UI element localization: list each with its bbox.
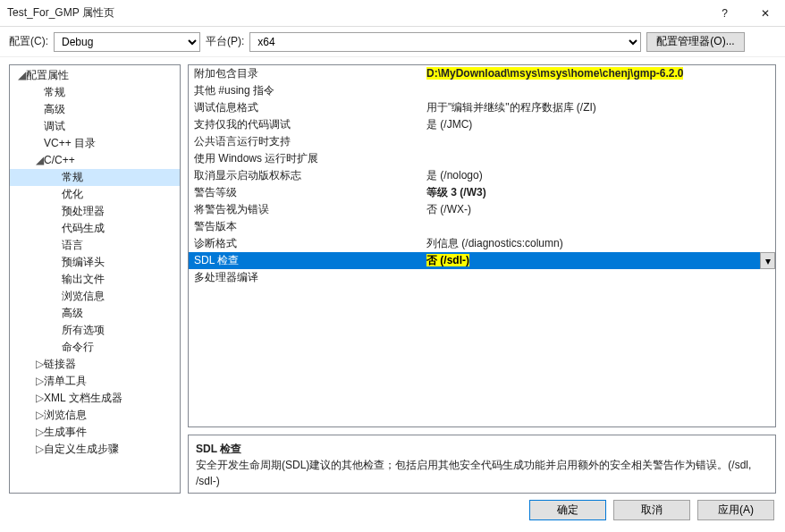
property-value[interactable]: D:\MyDownload\msys\msys\home\chenj\gmp-6… <box>421 65 775 82</box>
tree-item-label: 浏览信息 <box>62 290 105 302</box>
property-row[interactable]: 其他 #using 指令 <box>189 82 775 99</box>
tree-item[interactable]: ▷生成事件 <box>10 424 180 441</box>
tree-item[interactable]: ▷清单工具 <box>10 373 180 390</box>
property-name: 附加包含目录 <box>189 65 421 82</box>
tree-item[interactable]: 常规 <box>10 84 180 101</box>
tree-item-label: 常规 <box>44 86 65 98</box>
ok-button[interactable]: 确定 <box>529 500 606 520</box>
nav-tree[interactable]: ◢配置属性常规高级调试VC++ 目录◢C/C++常规优化预处理器代码生成语言预编… <box>9 64 181 494</box>
close-button[interactable]: ✕ <box>745 0 785 27</box>
tree-item-label: 生成事件 <box>44 426 87 438</box>
property-row[interactable]: 支持仅我的代码调试是 (/JMC) <box>189 116 775 133</box>
property-name: 警告等级 <box>189 184 421 201</box>
property-name: 多处理器编译 <box>189 269 421 286</box>
property-row[interactable]: 多处理器编译 <box>189 269 775 286</box>
property-row[interactable]: 使用 Windows 运行时扩展 <box>189 150 775 167</box>
property-value[interactable] <box>421 150 775 167</box>
property-row[interactable]: 调试信息格式用于"编辑并继续"的程序数据库 (/ZI) <box>189 99 775 116</box>
property-name: 使用 Windows 运行时扩展 <box>189 150 421 167</box>
tree-item-label: 预处理器 <box>62 205 105 217</box>
description-body: 安全开发生命周期(SDL)建议的其他检查；包括启用其他安全代码生成功能并启用额外… <box>196 457 768 489</box>
config-select[interactable]: Debug <box>54 32 200 52</box>
property-row[interactable]: 诊断格式列信息 (/diagnostics:column) <box>189 235 775 252</box>
property-value[interactable]: 等级 3 (/W3) <box>421 184 775 201</box>
property-value[interactable] <box>421 82 775 99</box>
property-name: SDL 检查 <box>189 252 421 269</box>
property-row[interactable]: 公共语言运行时支持 <box>189 133 775 150</box>
dropdown-button[interactable]: ▾ <box>760 252 775 269</box>
tree-item[interactable]: 高级 <box>10 305 180 322</box>
config-manager-button[interactable]: 配置管理器(O)... <box>646 32 744 52</box>
tree-item[interactable]: 调试 <box>10 118 180 135</box>
property-row[interactable]: SDL 检查否 (/sdl-) <box>189 252 775 269</box>
tree-item[interactable]: 输出文件 <box>10 271 180 288</box>
tree-item[interactable]: 预编译头 <box>10 254 180 271</box>
tree-item[interactable]: ▷自定义生成步骤 <box>10 441 180 458</box>
tree-arrow-icon: ▷ <box>35 390 44 407</box>
property-name: 调试信息格式 <box>189 99 421 116</box>
tree-item-label: 调试 <box>44 120 65 132</box>
property-value[interactable]: 用于"编辑并继续"的程序数据库 (/ZI) <box>421 99 775 116</box>
property-row[interactable]: 警告版本 <box>189 218 775 235</box>
property-row[interactable]: 取消显示启动版权标志是 (/nologo) <box>189 167 775 184</box>
tree-item[interactable]: 所有选项 <box>10 322 180 339</box>
property-name: 将警告视为错误 <box>189 201 421 218</box>
help-button[interactable]: ? <box>705 0 745 27</box>
config-label: 配置(C): <box>9 34 48 49</box>
property-name: 支持仅我的代码调试 <box>189 116 421 133</box>
tree-item-label: 代码生成 <box>62 222 105 234</box>
property-value[interactable]: 否 (/sdl-) <box>421 252 775 269</box>
tree-item-label: 命令行 <box>62 341 94 353</box>
property-value[interactable]: 是 (/nologo) <box>421 167 775 184</box>
tree-item[interactable]: 语言 <box>10 237 180 254</box>
tree-arrow-icon: ◢ <box>35 152 44 169</box>
apply-button[interactable]: 应用(A) <box>697 500 774 520</box>
tree-item[interactable]: 浏览信息 <box>10 288 180 305</box>
config-bar: 配置(C): Debug 平台(P): x64 配置管理器(O)... <box>0 27 785 57</box>
property-grid[interactable]: 附加包含目录D:\MyDownload\msys\msys\home\chenj… <box>188 64 776 427</box>
platform-select[interactable]: x64 <box>249 32 641 52</box>
tree-item-label: 预编译头 <box>62 256 105 268</box>
property-name: 诊断格式 <box>189 235 421 252</box>
tree-item[interactable]: 高级 <box>10 101 180 118</box>
tree-item-label: 语言 <box>62 239 83 251</box>
tree-item[interactable]: 优化 <box>10 186 180 203</box>
tree-item[interactable]: ◢配置属性 <box>10 67 180 84</box>
dialog-footer: 确定 取消 应用(A) <box>0 494 785 526</box>
property-value[interactable]: 是 (/JMC) <box>421 116 775 133</box>
tree-item[interactable]: ▷XML 文档生成器 <box>10 390 180 407</box>
titlebar: Test_For_GMP 属性页 ? ✕ <box>0 0 785 27</box>
tree-item[interactable]: 代码生成 <box>10 220 180 237</box>
tree-item-label: VC++ 目录 <box>44 137 96 149</box>
description-title: SDL 检查 <box>196 441 768 457</box>
property-name: 公共语言运行时支持 <box>189 133 421 150</box>
cancel-button[interactable]: 取消 <box>613 500 690 520</box>
tree-item-label: 输出文件 <box>62 273 105 285</box>
tree-item-label: 常规 <box>62 171 83 183</box>
tree-arrow-icon: ▷ <box>35 441 44 458</box>
chevron-down-icon: ▾ <box>765 255 771 267</box>
tree-item[interactable]: VC++ 目录 <box>10 135 180 152</box>
property-value[interactable] <box>421 133 775 150</box>
property-value[interactable] <box>421 269 775 286</box>
platform-label: 平台(P): <box>206 34 244 49</box>
property-name: 其他 #using 指令 <box>189 82 421 99</box>
property-value[interactable]: 列信息 (/diagnostics:column) <box>421 235 775 252</box>
tree-item-label: 自定义生成步骤 <box>44 443 119 455</box>
property-row[interactable]: 附加包含目录D:\MyDownload\msys\msys\home\chenj… <box>189 65 775 82</box>
tree-item[interactable]: ◢C/C++ <box>10 152 180 169</box>
window-title: Test_For_GMP 属性页 <box>7 5 705 21</box>
tree-item[interactable]: 命令行 <box>10 339 180 356</box>
tree-item[interactable]: ▷链接器 <box>10 356 180 373</box>
tree-item[interactable]: 常规 <box>10 169 180 186</box>
tree-item[interactable]: 预处理器 <box>10 203 180 220</box>
description-panel: SDL 检查 安全开发生命周期(SDL)建议的其他检查；包括启用其他安全代码生成… <box>188 435 776 494</box>
tree-item-label: 优化 <box>62 188 83 200</box>
property-row[interactable]: 将警告视为错误否 (/WX-) <box>189 201 775 218</box>
property-value[interactable]: 否 (/WX-) <box>421 201 775 218</box>
property-value[interactable] <box>421 218 775 235</box>
tree-item[interactable]: ▷浏览信息 <box>10 407 180 424</box>
tree-item-label: 浏览信息 <box>44 409 87 421</box>
tree-item-label: 所有选项 <box>62 324 105 336</box>
property-row[interactable]: 警告等级等级 3 (/W3) <box>189 184 775 201</box>
